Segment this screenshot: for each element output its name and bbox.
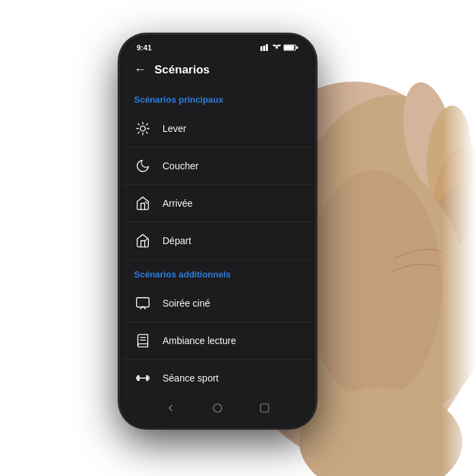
svg-line-22 — [138, 124, 139, 125]
status-bar: 9:41 — [123, 38, 312, 57]
moon-icon — [134, 157, 152, 175]
bottom-nav-bar — [127, 392, 308, 424]
svg-rect-11 — [442, 0, 476, 476]
item-label-ambiance-lecture: Ambiance lecture — [163, 335, 236, 346]
list-item[interactable]: Soirée ciné — [123, 285, 312, 322]
item-label-depart: Départ — [163, 235, 191, 246]
svg-rect-17 — [284, 46, 294, 50]
svg-rect-14 — [266, 44, 268, 51]
page-title: Scénarios — [154, 63, 209, 77]
back-button[interactable]: ← — [134, 63, 146, 77]
nav-recent-button[interactable] — [257, 401, 272, 415]
svg-rect-35 — [147, 375, 148, 380]
home-out-icon — [134, 232, 152, 250]
svg-line-23 — [146, 132, 148, 133]
svg-rect-28 — [137, 298, 149, 307]
item-label-coucher: Coucher — [163, 160, 199, 171]
svg-rect-18 — [296, 47, 298, 49]
list-item[interactable]: Coucher — [123, 148, 312, 185]
item-label-arrivee: Arrivée — [163, 198, 192, 209]
content-area: Scénarios principaux Lever Coucher — [123, 85, 312, 392]
svg-point-9 — [306, 170, 442, 401]
list-item[interactable]: Séance sport — [123, 360, 312, 392]
dumbbell-icon — [134, 369, 152, 387]
phone: 9:41 ← Scénarios Scénarios principaux — [119, 34, 316, 428]
svg-rect-37 — [260, 404, 269, 412]
screen: 9:41 ← Scénarios Scénarios principaux — [123, 38, 312, 428]
list-item[interactable]: Ambiance lecture — [123, 322, 312, 360]
tv-icon — [134, 294, 152, 312]
item-label-lever: Lever — [163, 123, 186, 134]
nav-home-button[interactable] — [210, 401, 225, 415]
item-label-soiree-cine: Soirée ciné — [163, 298, 210, 309]
status-icons — [260, 44, 299, 51]
list-item[interactable]: Lever — [123, 110, 312, 148]
svg-point-15 — [276, 47, 277, 48]
scene: 9:41 ← Scénarios Scénarios principaux — [0, 0, 476, 476]
svg-point-36 — [214, 404, 222, 412]
svg-point-19 — [140, 126, 145, 131]
list-item[interactable]: Arrivée — [123, 185, 312, 222]
home-in-icon — [134, 194, 152, 212]
section-header-additional: Scénarios additionnels — [123, 260, 312, 285]
nav-back-button[interactable] — [163, 401, 178, 415]
svg-rect-13 — [263, 46, 265, 51]
svg-rect-34 — [138, 375, 139, 380]
section-header-main: Scénarios principaux — [123, 85, 312, 110]
item-label-seance-sport: Séance sport — [163, 373, 219, 384]
svg-rect-12 — [260, 46, 262, 51]
header: ← Scénarios — [123, 57, 312, 85]
status-time: 9:41 — [137, 44, 152, 52]
svg-line-26 — [138, 132, 139, 133]
svg-line-27 — [146, 124, 148, 125]
book-icon — [134, 332, 152, 350]
list-item[interactable]: Départ — [123, 222, 312, 260]
sun-icon — [134, 120, 152, 137]
